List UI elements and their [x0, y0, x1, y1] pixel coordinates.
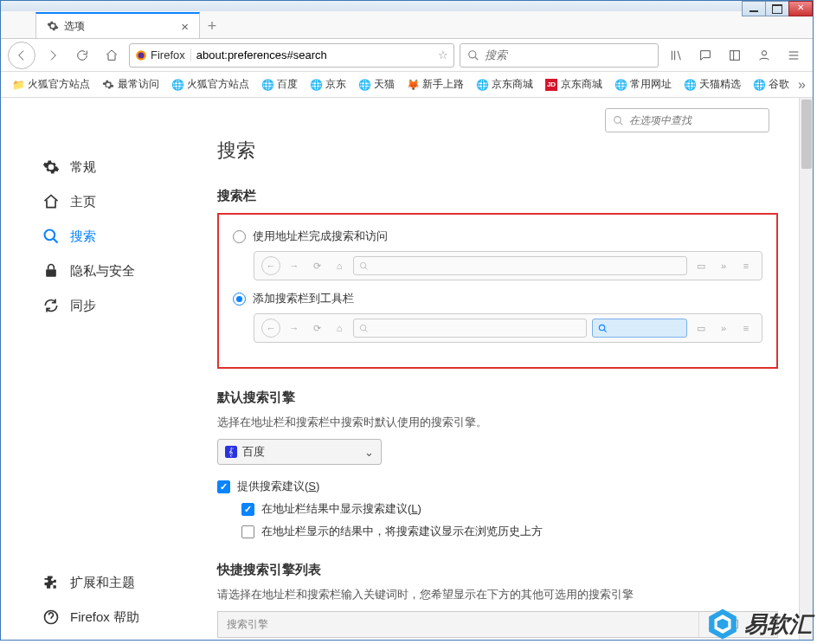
bookmark-item[interactable]: JD京东商城: [541, 74, 607, 94]
page-title: 搜索: [217, 138, 778, 164]
svg-point-1: [138, 52, 145, 58]
sidebar-item-extensions[interactable]: 扩展和主题: [35, 565, 200, 600]
sidebar-item-sync[interactable]: 同步: [35, 288, 200, 323]
sidebar-item-home[interactable]: 主页: [35, 184, 200, 219]
overflow-icon: »: [715, 257, 732, 274]
bookmark-item[interactable]: 🦊新手上路: [402, 74, 468, 94]
window-close[interactable]: ✕: [788, 1, 813, 16]
reload-icon: ⟳: [308, 319, 325, 337]
menu-button[interactable]: [782, 43, 806, 68]
reload-button[interactable]: [70, 43, 94, 68]
vertical-scrollbar[interactable]: [799, 98, 813, 640]
tab-label: 选项: [64, 19, 85, 34]
bookmarks-bar: 📁火狐官方站点 最常访问 🌐火狐官方站点 🌐百度 🌐京东 🌐天猫 🦊新手上路 🌐…: [1, 72, 813, 98]
search-icon: [467, 49, 479, 61]
preview-combined: ← → ⟳ ⌂ ▭ » ≡: [254, 251, 762, 280]
checkbox-history-suggest[interactable]: 在地址栏显示的结果中，将搜索建议显示在浏览历史上方: [241, 524, 778, 539]
gear-icon: [42, 158, 60, 176]
bookmark-item[interactable]: 🌐天猫: [354, 74, 399, 94]
url-bar[interactable]: Firefox ☆: [129, 43, 454, 68]
sync-icon: [42, 297, 60, 314]
svg-point-4: [762, 50, 766, 55]
window-maximize[interactable]: [765, 1, 789, 16]
checkbox-icon: [217, 480, 230, 493]
checkbox-urlbar-suggest[interactable]: 在地址栏结果中显示搜索建议(L): [241, 501, 778, 517]
sidebar-item-privacy[interactable]: 隐私与安全: [35, 254, 200, 288]
radio-separate[interactable]: 添加搜索栏到工具栏: [233, 291, 762, 306]
default-engine-dropdown[interactable]: 𝄟 百度 ⌄: [217, 439, 382, 465]
overflow-icon: »: [715, 319, 732, 337]
globe-icon: 🌐: [684, 79, 696, 91]
globe-icon: 🌐: [476, 79, 488, 91]
find-in-options[interactable]: [605, 108, 769, 132]
bookmark-item[interactable]: 🌐常用网址: [610, 74, 676, 94]
forward-icon: →: [286, 257, 303, 274]
bookmark-star-icon[interactable]: ☆: [438, 48, 448, 61]
globe-icon: 🌐: [171, 79, 183, 91]
help-icon: [42, 609, 60, 626]
preview-separate: ← → ⟳ ⌂ ▭ » ≡: [254, 313, 762, 343]
sidebar-icon[interactable]: [723, 43, 747, 68]
account-icon[interactable]: [752, 43, 776, 68]
sidebar-item-general[interactable]: 常规: [35, 150, 200, 184]
bookmark-item[interactable]: 🌐京东商城: [472, 74, 537, 94]
sidebar-item-help[interactable]: Firefox 帮助: [35, 600, 200, 634]
close-icon[interactable]: ×: [181, 19, 189, 34]
bookmark-item[interactable]: 最常访问: [98, 74, 164, 94]
svg-rect-3: [730, 50, 740, 60]
bookmark-item[interactable]: 📁火狐官方站点: [8, 74, 94, 94]
search-icon: [359, 261, 369, 271]
checkbox-suggest[interactable]: 提供搜索建议(S): [217, 479, 778, 494]
bookmark-item[interactable]: 🌐京东: [306, 74, 351, 94]
find-input[interactable]: [629, 114, 762, 126]
bookmark-item[interactable]: 🌐谷歌: [749, 74, 794, 94]
svg-point-2: [469, 50, 476, 57]
search-icon: [613, 115, 624, 126]
chevron-down-icon: ⌄: [364, 446, 374, 459]
new-tab-button[interactable]: +: [200, 14, 224, 38]
folder-icon: 📁: [12, 79, 24, 91]
engine-table-header: 搜索引擎 关键词: [217, 611, 778, 638]
svg-point-6: [45, 230, 55, 241]
scroll-thumb[interactable]: [801, 100, 812, 169]
radio-icon: [233, 230, 246, 243]
menu-icon: ≡: [737, 257, 755, 274]
watermark-icon: [706, 608, 739, 641]
bookmarks-overflow[interactable]: »: [798, 77, 806, 93]
globe-icon: 🌐: [261, 79, 273, 91]
checkbox-icon: [241, 525, 254, 538]
search-input[interactable]: [485, 48, 651, 61]
svg-point-9: [360, 262, 365, 267]
oneclick-desc: 请选择在地址栏和搜索栏输入关键词时，您希望显示在下方的其他可选用的搜索引擎: [217, 587, 778, 602]
search-icon: [359, 324, 369, 333]
back-button[interactable]: [8, 42, 35, 69]
bookmark-item[interactable]: 🌐天猫精选: [679, 74, 745, 94]
home-button[interactable]: [100, 43, 124, 68]
globe-icon: 🌐: [753, 79, 765, 91]
firefox-icon: [135, 49, 147, 61]
browser-tab[interactable]: 选项 ×: [35, 12, 200, 38]
sidebar-icon: ▭: [692, 257, 710, 274]
sidebar-item-search[interactable]: 搜索: [35, 219, 200, 254]
bookmark-item[interactable]: 🌐火狐官方站点: [167, 74, 254, 94]
url-input[interactable]: [196, 48, 433, 61]
chat-icon[interactable]: [693, 43, 717, 68]
svg-point-11: [599, 325, 604, 330]
baidu-icon: 𝄟: [225, 446, 237, 458]
bookmark-item[interactable]: 🌐百度: [257, 74, 302, 94]
search-icon: [598, 324, 608, 333]
searchbar-options-box: 使用地址栏完成搜索和访问 ← → ⟳ ⌂ ▭ » ≡ 添加搜索栏到工具栏: [217, 213, 778, 369]
section-heading-searchbar: 搜索栏: [217, 188, 778, 204]
svg-rect-7: [46, 269, 56, 276]
default-engine-desc: 选择在地址栏和搜索栏中搜索时默认使用的搜索引擎。: [217, 415, 778, 430]
puzzle-icon: [42, 574, 60, 591]
window-minimize[interactable]: [742, 1, 766, 16]
preview-searchbar: [592, 319, 687, 338]
forward-button[interactable]: [41, 43, 65, 68]
search-box[interactable]: [460, 43, 659, 68]
radio-combined[interactable]: 使用地址栏完成搜索和访问: [233, 229, 762, 244]
menu-icon: ≡: [737, 319, 755, 337]
section-heading-default-engine: 默认搜索引擎: [217, 390, 778, 406]
gear-icon: [47, 20, 59, 32]
library-button[interactable]: [664, 43, 688, 68]
